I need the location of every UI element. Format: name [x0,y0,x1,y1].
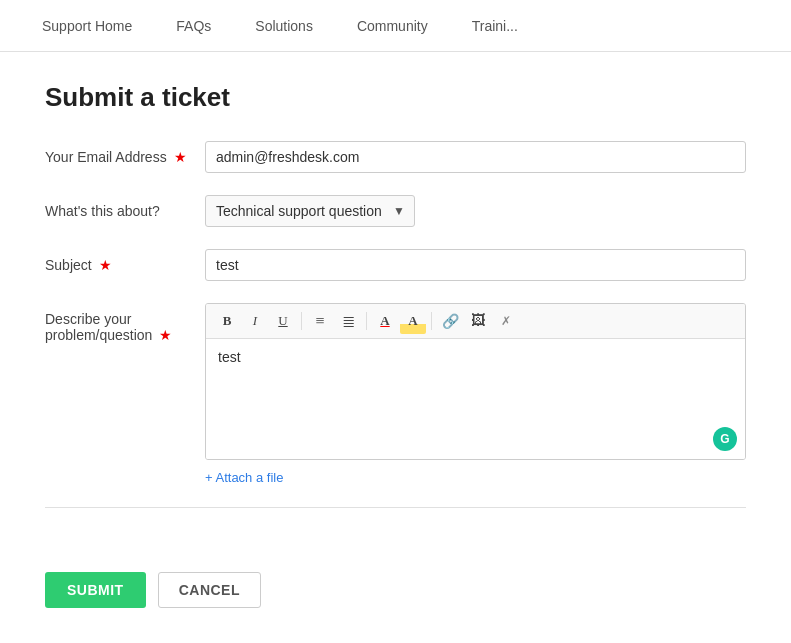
email-label: Your Email Address ★ [45,141,205,165]
form-buttons: SUBMIT CANCEL [0,572,791,608]
about-label: What's this about? [45,195,205,219]
unordered-list-button[interactable]: ≡ [307,308,333,334]
about-field-wrapper: Technical support question Billing quest… [205,195,746,227]
ordered-list-button[interactable]: ≣ [335,308,361,334]
main-content: Submit a ticket Your Email Address ★ Wha… [0,52,791,572]
navigation: Support Home FAQs Solutions Community Tr… [0,0,791,52]
about-select[interactable]: Technical support question Billing quest… [205,195,415,227]
editor-content: test [218,349,241,365]
image-button[interactable]: 🖼 [465,308,491,334]
link-button[interactable]: 🔗 [437,308,463,334]
page-title: Submit a ticket [45,82,746,113]
toolbar-divider-2 [366,312,367,330]
editor-toolbar: B I U ≡ ≣ A A 🔗 🖼 ✗ [206,304,745,339]
email-required-star: ★ [174,149,187,165]
describe-label: Describe your problem/question ★ [45,303,205,343]
about-row: What's this about? Technical support que… [45,195,746,227]
underline-button[interactable]: U [270,308,296,334]
grammarly-badge: G [713,427,737,451]
bold-button[interactable]: B [214,308,240,334]
attach-file-link[interactable]: + Attach a file [205,470,283,485]
clear-format-button[interactable]: ✗ [493,308,519,334]
nav-support-home[interactable]: Support Home [20,0,154,52]
subject-label: Subject ★ [45,249,205,273]
describe-required-star: ★ [159,327,172,343]
nav-faqs[interactable]: FAQs [154,0,233,52]
about-select-wrapper: Technical support question Billing quest… [205,195,415,227]
describe-field-wrapper: B I U ≡ ≣ A A 🔗 🖼 ✗ test G [205,303,746,485]
submit-button[interactable]: SUBMIT [45,572,146,608]
email-row: Your Email Address ★ [45,141,746,173]
subject-required-star: ★ [99,257,112,273]
font-bg-button[interactable]: A [400,308,426,334]
italic-button[interactable]: I [242,308,268,334]
toolbar-divider-3 [431,312,432,330]
cancel-button[interactable]: CANCEL [158,572,261,608]
toolbar-divider-1 [301,312,302,330]
form-divider [45,507,746,508]
rich-text-editor: B I U ≡ ≣ A A 🔗 🖼 ✗ test G [205,303,746,460]
nav-training[interactable]: Traini... [450,0,540,52]
subject-input[interactable] [205,249,746,281]
subject-row: Subject ★ [45,249,746,281]
describe-row: Describe your problem/question ★ B I U ≡… [45,303,746,485]
font-color-button[interactable]: A [372,308,398,334]
email-input[interactable] [205,141,746,173]
editor-body[interactable]: test G [206,339,745,459]
nav-solutions[interactable]: Solutions [233,0,335,52]
subject-field-wrapper [205,249,746,281]
email-field-wrapper [205,141,746,173]
nav-community[interactable]: Community [335,0,450,52]
